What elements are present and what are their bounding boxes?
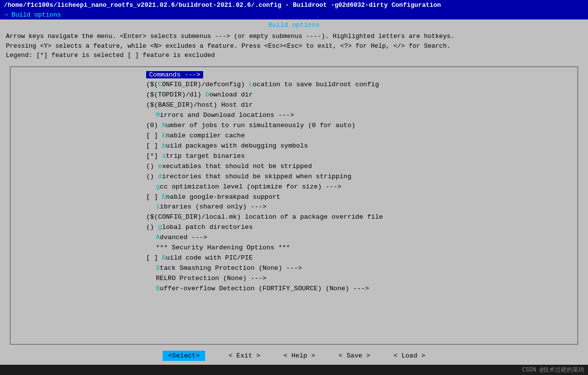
- menu-item-google-breakpad[interactable]: [ ] Enable google-breakpad support: [146, 192, 573, 203]
- menu-item-download-dir[interactable]: ($(TOPDIR)/dl) Download dir: [146, 90, 573, 100]
- bottom-text: CSDN @技术过硬的菜鸡: [522, 367, 584, 374]
- help-button-wrap: [270, 352, 274, 359]
- menu-item-compiler-cache[interactable]: [ ] Enable compiler cache: [146, 131, 573, 141]
- breadcrumb-bar: → Build options: [0, 10, 588, 19]
- menu-list: Commands ---> ($(CONFIG_DIR)/defconfig) …: [11, 70, 577, 294]
- button-bar: <Select> < Exit > < Help > < Save > < Lo…: [0, 347, 588, 365]
- terminal: /home/f1c100s/licheepi_nano_rootfs_v2021…: [0, 0, 588, 375]
- help-line-3: Legend: [*] feature is selected [ ] feat…: [6, 51, 582, 60]
- menu-item-executables[interactable]: () executables that should not be stripp…: [146, 162, 573, 172]
- menu-item-pic-pie[interactable]: [ ] Build code with PIC/PIE: [146, 253, 573, 263]
- menu-item-local-mk[interactable]: ($(CONFIG_DIR)/local.mk) location of a p…: [146, 212, 573, 223]
- bottom-bar: CSDN @技术过硬的菜鸡: [0, 365, 588, 375]
- menu-item-debug-symbols[interactable]: [ ] build packages with debugging symbol…: [146, 141, 573, 151]
- menu-item-directories[interactable]: () directories that should be skipped wh…: [146, 172, 573, 182]
- menu-item-defconfig[interactable]: ($(CONFIG_DIR)/defconfig) Location to sa…: [146, 80, 573, 90]
- menu-box: Commands ---> ($(CONFIG_DIR)/defconfig) …: [10, 66, 578, 345]
- load-button-wrap: [380, 352, 384, 359]
- help-line-2: Pressing <Y> selects a feature, while <N…: [6, 41, 582, 51]
- help-text: Arrow keys navigate the menu. <Enter> se…: [0, 30, 588, 64]
- menu-item-libraries[interactable]: libraries (shared only) --->: [156, 202, 573, 212]
- load-button[interactable]: < Load >: [394, 352, 425, 359]
- menu-item-stack-smashing[interactable]: Stack Smashing Protection (None) --->: [156, 263, 573, 274]
- main-content: Build options Arrow keys navigate the me…: [0, 19, 588, 365]
- title-text: /home/f1c100s/licheepi_nano_rootfs_v2021…: [4, 1, 441, 9]
- save-button-wrap: [325, 352, 329, 359]
- menu-item-strip-binaries[interactable]: [*] strip target binaries: [146, 151, 573, 162]
- menu-item-buffer-overflow[interactable]: Buffer-overflow Detection (FORTIFY_SOURC…: [156, 284, 573, 294]
- title-bar: /home/f1c100s/licheepi_nano_rootfs_v2021…: [0, 0, 588, 10]
- section-title: Build options: [0, 19, 588, 30]
- help-button[interactable]: < Help >: [284, 352, 315, 359]
- save-button[interactable]: < Save >: [339, 352, 370, 359]
- menu-item-relro[interactable]: RELRO Protection (None) --->: [156, 274, 573, 284]
- menu-item-jobs[interactable]: (0) Number of jobs to run simultaneously…: [146, 121, 573, 131]
- breadcrumb-text: → Build options: [4, 11, 61, 19]
- menu-item-commands[interactable]: Commands --->: [146, 70, 573, 80]
- menu-item-host-dir[interactable]: ($(BASE_DIR)/host) Host dir: [146, 100, 573, 111]
- select-button[interactable]: <Select>: [163, 351, 205, 361]
- exit-button[interactable]: < Exit >: [228, 352, 260, 359]
- menu-item-gcc-optimize[interactable]: gcc optimization level (optimize for siz…: [156, 182, 573, 192]
- menu-item-global-patch[interactable]: () global patch directories: [146, 223, 573, 233]
- commands-highlight: Commands --->: [146, 71, 203, 78]
- help-line-1: Arrow keys navigate the menu. <Enter> se…: [6, 32, 582, 41]
- menu-item-mirrors[interactable]: Mirrors and Download locations --->: [156, 111, 573, 121]
- menu-item-advanced[interactable]: Advanced --->: [156, 233, 573, 243]
- menu-item-security-hardening: *** Security Hardening Options ***: [156, 243, 573, 253]
- exit-button-wrap: [215, 352, 219, 359]
